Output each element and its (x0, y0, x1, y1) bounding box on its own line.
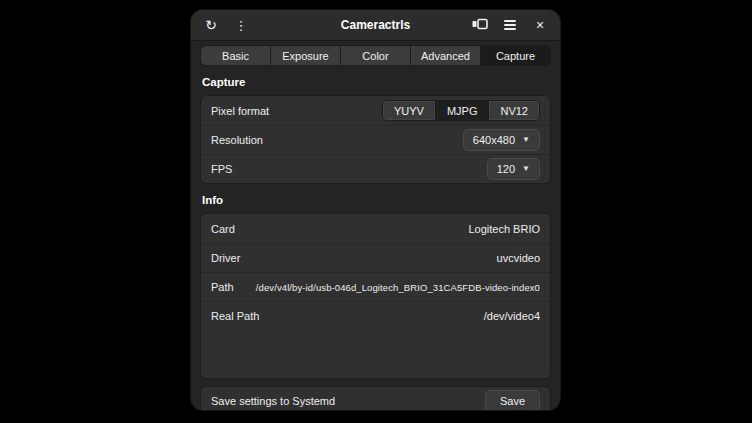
kebab-menu-icon: ⋮ (235, 19, 248, 32)
real-path-row: Real Path /dev/video4 (201, 301, 550, 330)
section-title-capture: Capture (202, 76, 549, 88)
pixel-format-label: Pixel format (211, 105, 269, 117)
fps-dropdown[interactable]: 120 ▼ (487, 158, 540, 180)
save-settings-label: Save settings to Systemd (211, 395, 335, 407)
card-value: Logitech BRIO (468, 223, 540, 235)
tab-advanced[interactable]: Advanced (411, 46, 481, 65)
tab-exposure[interactable]: Exposure (271, 46, 341, 65)
tab-color[interactable]: Color (341, 46, 411, 65)
pixel-format-segmented-control: YUYV MJPG NV12 (382, 100, 540, 121)
pixel-format-option-nv12[interactable]: NV12 (489, 101, 539, 120)
cameractrls-window: ↻ ⋮ Cameractrls × (191, 10, 560, 410)
save-settings-bar: Save settings to Systemd Save (200, 386, 551, 410)
titlebar-left-group: ↻ ⋮ (199, 14, 253, 36)
close-button[interactable]: × (528, 14, 552, 36)
info-card: Card Logitech BRIO Driver uvcvideo Path … (200, 213, 551, 379)
driver-row: Driver uvcvideo (201, 243, 550, 272)
section-title-info: Info (202, 194, 549, 206)
fps-value: 120 (497, 163, 515, 175)
real-path-value: /dev/video4 (484, 310, 540, 322)
pixel-format-option-yuyv[interactable]: YUYV (383, 101, 436, 120)
card-row: Card Logitech BRIO (201, 214, 550, 243)
path-row: Path /dev/v4l/by-id/usb-046d_Logitech_BR… (201, 272, 550, 301)
refresh-button[interactable]: ↻ (199, 14, 223, 36)
driver-value: uvcvideo (497, 252, 540, 264)
chevron-down-icon: ▼ (522, 136, 530, 144)
tab-bar: Basic Exposure Color Advanced Capture (200, 45, 551, 66)
real-path-label: Real Path (211, 310, 259, 322)
tab-basic[interactable]: Basic (201, 46, 271, 65)
resolution-dropdown[interactable]: 640x480 ▼ (463, 129, 540, 151)
refresh-icon: ↻ (205, 18, 217, 32)
camera-window-icon (472, 16, 488, 34)
titlebar-right-group: × (468, 14, 552, 36)
hamburger-icon (504, 20, 516, 30)
driver-label: Driver (211, 252, 240, 264)
chevron-down-icon: ▼ (522, 165, 530, 173)
resolution-row: Resolution 640x480 ▼ (201, 125, 550, 154)
fps-row: FPS 120 ▼ (201, 154, 550, 183)
path-label: Path (211, 281, 234, 293)
card-label: Card (211, 223, 235, 235)
pixel-format-row: Pixel format YUYV MJPG NV12 (201, 96, 550, 125)
pixel-format-option-mjpg[interactable]: MJPG (436, 101, 490, 120)
titlebar: ↻ ⋮ Cameractrls × (191, 10, 560, 41)
window-title: Cameractrls (341, 18, 410, 32)
resolution-label: Resolution (211, 134, 263, 146)
open-camera-window-button[interactable] (468, 14, 492, 36)
fps-label: FPS (211, 163, 232, 175)
tab-capture[interactable]: Capture (481, 46, 550, 65)
resolution-value: 640x480 (473, 134, 515, 146)
capture-settings-card: Pixel format YUYV MJPG NV12 Resolution 6… (200, 95, 551, 184)
path-value: /dev/v4l/by-id/usb-046d_Logitech_BRIO_31… (256, 282, 540, 293)
close-icon: × (536, 18, 544, 32)
save-button[interactable]: Save (485, 390, 540, 410)
hamburger-menu-button[interactable] (498, 14, 522, 36)
window-content: Basic Exposure Color Advanced Capture Ca… (191, 41, 560, 410)
kebab-menu-button[interactable]: ⋮ (229, 14, 253, 36)
